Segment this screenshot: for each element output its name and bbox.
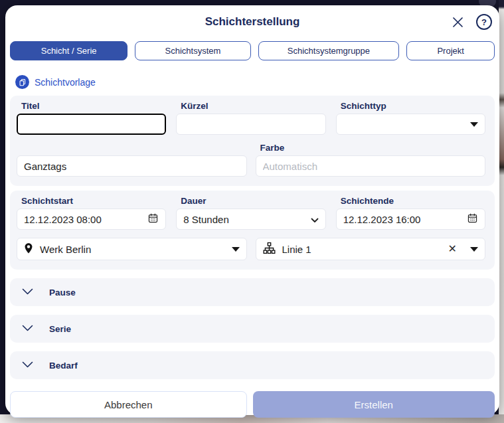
copy-icon xyxy=(15,75,29,89)
page-background-right xyxy=(499,0,504,423)
section-bedarf[interactable]: Bedarf xyxy=(10,351,495,379)
page-title: Schichterstellung xyxy=(10,5,495,29)
basic-info-panel: Titel Kürzel Schichttyp Ganztags xyxy=(10,96,495,186)
dauer-label: Dauer xyxy=(181,196,325,206)
schichtende-value: 12.12.2023 16:00 xyxy=(343,214,460,225)
kuerzel-label: Kürzel xyxy=(181,101,325,111)
help-glyph: ? xyxy=(481,17,487,27)
tab-bar: Schicht / Serie Schichtsystem Schichtsys… xyxy=(10,41,495,60)
dialog-footer: Abbrechen Erstellen xyxy=(10,391,495,418)
dropdown-arrow-icon xyxy=(470,122,478,127)
schichttyp-select[interactable] xyxy=(336,114,485,135)
shift-creation-dialog: Schichterstellung ? Schicht / Serie Schi… xyxy=(5,5,499,415)
sitemap-icon xyxy=(263,242,276,256)
close-icon[interactable] xyxy=(451,15,464,29)
linie-value: Linie 1 xyxy=(282,244,442,255)
schichtstart-input[interactable]: 12.12.2023 08:00 xyxy=(17,209,166,230)
clear-icon[interactable]: ✕ xyxy=(448,244,457,254)
schichtstart-label: Schichtstart xyxy=(21,196,166,206)
standort-select[interactable]: Werk Berlin xyxy=(17,238,247,260)
schichtvorlage-link[interactable]: Schichtvorlage xyxy=(15,75,96,89)
ganztags-select[interactable]: Ganztags xyxy=(17,155,247,177)
help-icon[interactable]: ? xyxy=(476,14,492,30)
standort-value: Werk Berlin xyxy=(40,244,225,255)
section-pause-label: Pause xyxy=(49,288,76,297)
section-serie[interactable]: Serie xyxy=(10,315,495,343)
schichtstart-value: 12.12.2023 08:00 xyxy=(24,214,141,225)
kuerzel-input[interactable] xyxy=(176,114,325,135)
cancel-button[interactable]: Abbrechen xyxy=(10,391,247,418)
calendar-icon[interactable] xyxy=(467,212,478,226)
section-pause[interactable]: Pause xyxy=(10,278,495,306)
linie-select[interactable]: Linie 1 ✕ xyxy=(256,238,486,260)
farbe-input[interactable] xyxy=(256,155,486,177)
dauer-value: 8 Stunden xyxy=(183,214,303,225)
location-pin-icon xyxy=(24,242,33,256)
chevron-down-icon xyxy=(22,359,33,371)
chevron-down-icon xyxy=(22,323,33,335)
schichtvorlage-label: Schichtvorlage xyxy=(35,77,96,88)
titel-input[interactable] xyxy=(17,114,166,135)
dropdown-arrow-icon xyxy=(232,247,240,252)
create-button[interactable]: Erstellen xyxy=(253,391,495,418)
chevron-down-icon xyxy=(22,286,33,298)
chevron-down-icon xyxy=(311,214,319,225)
tab-schichtsystem[interactable]: Schichtsystem xyxy=(135,41,250,60)
titel-label: Titel xyxy=(21,101,166,111)
schichtende-label: Schichtende xyxy=(341,196,485,206)
schichttyp-label: Schichttyp xyxy=(341,101,485,111)
tab-schicht-serie[interactable]: Schicht / Serie xyxy=(10,41,127,60)
farbe-label: Farbe xyxy=(260,143,486,153)
dropdown-arrow-icon xyxy=(470,247,478,252)
section-bedarf-label: Bedarf xyxy=(49,361,78,371)
schichtende-input[interactable]: 12.12.2023 16:00 xyxy=(336,209,485,230)
section-serie-label: Serie xyxy=(49,324,71,334)
calendar-icon[interactable] xyxy=(147,212,159,226)
ganztags-value: Ganztags xyxy=(24,161,240,172)
tab-schichtsystemgruppe[interactable]: Schichtsystemgruppe xyxy=(258,41,400,60)
tab-projekt[interactable]: Projekt xyxy=(406,41,495,60)
time-location-panel: Schichtstart 12.12.2023 08:00 Dauer 8 xyxy=(10,191,495,270)
dauer-select[interactable]: 8 Stunden xyxy=(176,209,325,230)
